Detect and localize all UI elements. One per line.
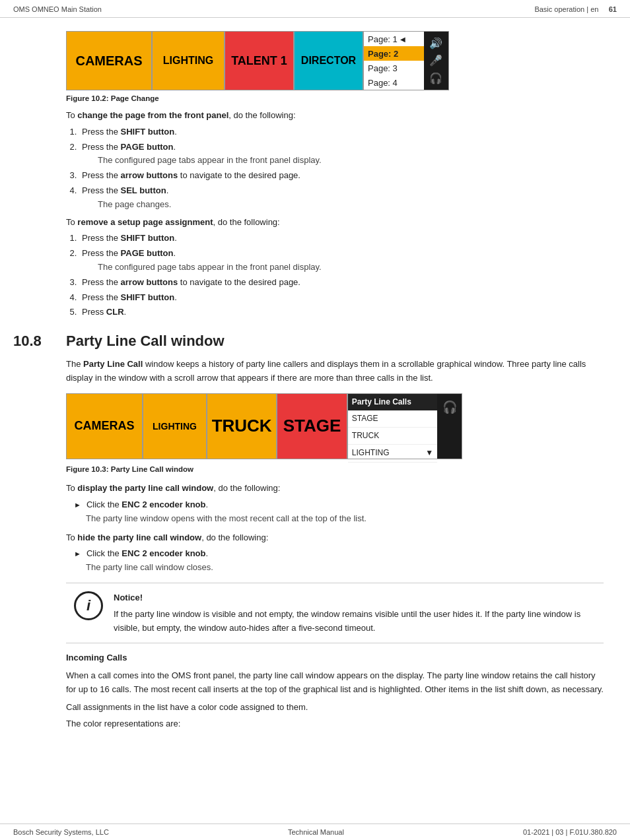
pc-pages: Page: 1 ◀ Page: 2 Page: 3 Page: 4 — [364, 32, 424, 90]
pl-lighting-btn: LIGHTING — [143, 394, 207, 459]
incoming-calls-title: Incoming Calls — [66, 651, 604, 665]
display-sub: The party line window opens with the mos… — [86, 512, 604, 526]
list-item: Press the SEL button. The page changes. — [79, 184, 604, 212]
change-page-intro: To change the page from the front panel,… — [66, 109, 604, 123]
incoming-calls-body1: When a call comes into the OMS front pan… — [66, 669, 604, 697]
header-right: Basic operation | en 61 — [534, 5, 617, 13]
pl-scroll-arrow: ▼ — [425, 447, 433, 459]
notice-box: i Notice! If the party line window is vi… — [66, 583, 604, 643]
figure-10-2-caption-text: Page Change — [109, 94, 159, 102]
pl-icon-col: 🎧 — [437, 394, 462, 459]
list-item: Press the SHIFT button. — [79, 232, 604, 245]
remove-page-intro: To remove a setup page assignment, do th… — [66, 216, 604, 230]
pc-page-4: Page: 4 — [364, 75, 424, 90]
figure-10-2-caption-bold: Figure 10.2: — [66, 94, 109, 102]
section-10-8-title: Party Line Call window — [66, 333, 225, 350]
incoming-calls-body2: Call assignments in the list have a colo… — [66, 701, 604, 715]
figure-10-2-container: CAMERAS LIGHTING TALENT 1 DIRECTOR Page:… — [13, 31, 617, 102]
section-10-8-intro: The Party Line Call window keeps a histo… — [66, 358, 604, 385]
list-item: Press the PAGE button. The configured pa… — [79, 141, 604, 168]
headphone-icon: 🎧 — [429, 72, 443, 84]
list-item: Press the arrow buttons to navigate to t… — [79, 169, 604, 183]
display-bullet: ► Click the ENC 2 encoder knob. — [74, 498, 604, 512]
pl-headset-icon: 🎧 — [442, 398, 457, 417]
page-change-ui: CAMERAS LIGHTING TALENT 1 DIRECTOR Page:… — [66, 31, 449, 90]
notice-content: Notice! If the party line window is visi… — [114, 591, 596, 635]
notice-text: If the party line window is visible and … — [114, 608, 596, 635]
display-window-intro: To display the party line call window, d… — [66, 482, 604, 496]
pc-page-1-arrow: ◀ — [400, 36, 405, 43]
header-page: 61 — [609, 5, 617, 13]
incoming-calls-section: Incoming Calls When a call comes into th… — [66, 651, 604, 730]
figure-10-3-caption-bold: Figure 10.3: — [66, 465, 109, 473]
section-10-8-body: The Party Line Call window keeps a histo… — [66, 358, 604, 730]
pc-page-2: Page: 2 — [364, 46, 424, 61]
section-10-8-number: 10.8 — [13, 333, 66, 350]
indent-note: The page changes. — [98, 198, 604, 212]
pl-cameras-btn: CAMERAS — [67, 394, 143, 459]
list-item: Press the SHIFT button. — [79, 125, 604, 139]
page-footer: Bosch Security Systems, LLC Technical Ma… — [0, 824, 630, 840]
change-page-steps: Press the SHIFT button. Press the PAGE b… — [79, 125, 604, 212]
footer-right: 01-2021 | 03 | F.01U.380.820 — [523, 828, 617, 836]
remove-page-steps: Press the SHIFT button. Press the PAGE b… — [79, 232, 604, 319]
indent-note: The configured page tabs appear in the f… — [98, 154, 604, 168]
page-header: OMS OMNEO Main Station Basic operation |… — [0, 0, 630, 18]
party-line-ui: CAMERAS LIGHTING TRUCK STAGE Party Line … — [66, 393, 462, 459]
footer-left: Bosch Security Systems, LLC — [13, 828, 109, 836]
content-area: CAMERAS LIGHTING TALENT 1 DIRECTOR Page:… — [0, 18, 630, 757]
bullet-arrow-icon: ► — [74, 500, 81, 511]
change-page-instructions: To change the page from the front panel,… — [66, 109, 604, 319]
incoming-calls-body3: The color representations are: — [66, 717, 604, 731]
notice-title: Notice! — [114, 591, 596, 605]
list-item: Press the PAGE button. The configured pa… — [79, 247, 604, 275]
hide-window-intro: To hide the party line call window, do t… — [66, 531, 604, 545]
pl-call-lighting: LIGHTING ▼ — [348, 445, 437, 462]
pc-buttons: CAMERAS LIGHTING TALENT 1 DIRECTOR — [67, 32, 364, 90]
header-section: Basic operation — [534, 5, 584, 13]
notice-icon: i — [74, 591, 103, 620]
pl-call-list: Party Line Calls STAGE TRUCK LIGHTING ▼ — [348, 394, 437, 459]
pl-truck-btn: TRUCK — [207, 394, 277, 459]
pc-talent1-btn: TALENT 1 — [225, 32, 295, 90]
pl-stage-btn: STAGE — [277, 394, 347, 459]
pc-cameras-btn: CAMERAS — [67, 32, 153, 90]
pc-icons: 🔊 🎤 🎧 — [424, 32, 448, 90]
hide-sub: The party line call window closes. — [86, 561, 604, 575]
microphone-icon: 🎤 — [429, 54, 443, 67]
speaker-icon: 🔊 — [429, 37, 443, 49]
pl-call-truck: TRUCK — [348, 428, 437, 445]
header-left: OMS OMNEO Main Station — [13, 5, 102, 13]
section-10-8-heading: 10.8 Party Line Call window — [13, 333, 617, 350]
footer-center: Technical Manual — [288, 828, 344, 836]
figure-10-2-caption: Figure 10.2: Page Change — [66, 94, 617, 102]
pc-page-3: Page: 3 — [364, 61, 424, 75]
bullet-arrow-icon-2: ► — [74, 548, 81, 560]
figure-10-3-caption: Figure 10.3: Party Line Call window — [66, 463, 604, 475]
pc-page-1: Page: 1 ◀ — [364, 32, 424, 46]
figure-10-3-caption-text: Party Line Call window — [109, 465, 193, 473]
pl-call-stage: STAGE — [348, 410, 437, 428]
hide-bullet: ► Click the ENC 2 encoder knob. — [74, 547, 604, 561]
pc-lighting-btn: LIGHTING — [153, 32, 225, 90]
list-item: Press the arrow buttons to navigate to t… — [79, 276, 604, 290]
pl-call-list-header: Party Line Calls — [348, 394, 437, 410]
list-item: Press CLR. — [79, 306, 604, 319]
header-lang: en — [590, 5, 598, 13]
indent-note: The configured page tabs appear in the f… — [98, 261, 604, 275]
pc-director-btn: DIRECTOR — [295, 32, 364, 90]
list-item: Press the SHIFT button. — [79, 291, 604, 305]
